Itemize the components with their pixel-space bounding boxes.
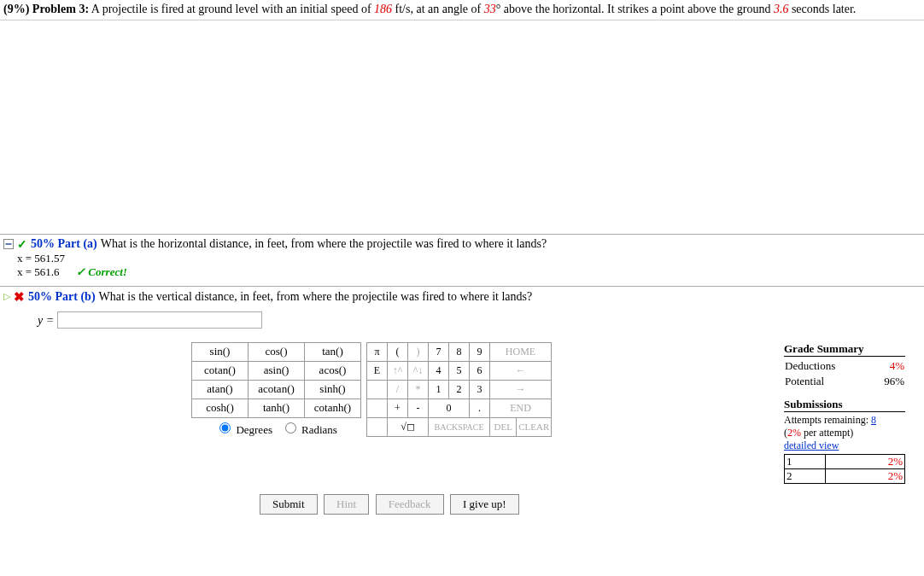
- key-5[interactable]: 5: [449, 361, 470, 380]
- summary-grades: Deductions4% Potential96%: [784, 358, 905, 389]
- deductions-value: 4%: [869, 358, 905, 374]
- fn-acos[interactable]: acos(): [305, 361, 361, 380]
- key-del-clear-cell: DEL CLEAR: [490, 417, 552, 436]
- per-attempt-post: per attempt): [801, 427, 853, 439]
- time-post: seconds later.: [788, 3, 856, 15]
- key-blank2: [367, 399, 388, 417]
- part-a-answer-2: x = 561.6 ✓ Correct!: [3, 265, 921, 279]
- giveup-button[interactable]: I give up!: [450, 494, 519, 515]
- radians-radio[interactable]: Radians: [281, 423, 337, 436]
- speed-unit: ft/s, at an angle of: [392, 3, 484, 15]
- deductions-label: Deductions: [784, 358, 869, 374]
- key-3[interactable]: 3: [470, 380, 490, 399]
- fn-cos[interactable]: cos(): [249, 342, 305, 361]
- part-b-header: ▷ ✖ 50% Part (b) What is the vertical di…: [3, 289, 921, 305]
- key-rparen: ): [408, 342, 429, 361]
- degrees-radio[interactable]: Degrees: [215, 423, 272, 436]
- fn-sin[interactable]: sin(): [192, 342, 249, 361]
- key-7[interactable]: 7: [429, 342, 449, 361]
- detailed-view-link[interactable]: detailed view: [784, 439, 839, 451]
- number-grid: π ( ) 7 8 9 HOME E ↑^ ^↓ 4 5 6: [366, 342, 552, 437]
- fn-acotan[interactable]: acotan(): [249, 380, 305, 399]
- part-b-question: What is the vertical distance, in feet, …: [99, 290, 533, 304]
- func-block: sin() cos() tan() cotan() asin() acos() …: [191, 342, 361, 437]
- fn-atan[interactable]: atan(): [192, 380, 249, 399]
- key-right: →: [490, 380, 552, 399]
- attempt-1-n: 1: [785, 454, 826, 468]
- key-blank3: [367, 417, 388, 436]
- summary-title: Grade Summary: [784, 342, 905, 357]
- per-attempt-note: (2% per attempt): [784, 427, 905, 439]
- key-del: DEL: [490, 418, 517, 436]
- part-a-header: ✓ 50% Part (a) What is the horizontal di…: [3, 237, 921, 252]
- key-down: ^↓: [408, 361, 429, 380]
- key-sqrt[interactable]: √◻: [388, 417, 429, 436]
- part-b-title: 50% Part (b): [28, 290, 96, 304]
- radians-label: Radians: [301, 423, 337, 436]
- key-6[interactable]: 6: [470, 361, 490, 380]
- potential-value: 96%: [869, 374, 905, 389]
- fn-tanh[interactable]: tanh(): [249, 399, 305, 417]
- prompt-pre: A projectile is fired at ground level wi…: [91, 3, 374, 15]
- key-plus[interactable]: +: [388, 399, 408, 417]
- attempts-label: Attempts remaining:: [784, 414, 868, 426]
- angle-post: ° above the horizontal. It strikes a poi…: [496, 3, 774, 15]
- key-blank1: [367, 380, 388, 399]
- attempt-1-v: 2%: [825, 454, 904, 468]
- angle-value: 33: [484, 3, 496, 15]
- key-E[interactable]: E: [367, 361, 388, 380]
- action-buttons: Submit Hint Feedback I give up!: [260, 494, 921, 515]
- key-up: ↑^: [388, 361, 408, 380]
- fn-cosh[interactable]: cosh(): [192, 399, 249, 417]
- fn-cotan[interactable]: cotan(): [192, 361, 249, 380]
- key-0[interactable]: 0: [429, 399, 470, 417]
- time-value: 3.6: [774, 3, 789, 15]
- wrong-icon: ✖: [14, 289, 25, 305]
- var-label: y =: [38, 313, 54, 326]
- fn-asin[interactable]: asin(): [249, 361, 305, 380]
- blank-spacer: [0, 20, 924, 234]
- expand-icon[interactable]: ▷: [3, 291, 10, 302]
- collapse-icon[interactable]: [3, 239, 14, 249]
- speed-value: 186: [374, 3, 392, 15]
- correct-label: ✓ Correct!: [76, 265, 127, 278]
- fn-tan[interactable]: tan(): [305, 342, 361, 361]
- answer-row: y =: [38, 311, 921, 329]
- part-a-answer-1: x = 561.57: [3, 252, 921, 265]
- feedback-button: Feedback: [376, 494, 444, 515]
- fn-cotanh[interactable]: cotanh(): [305, 399, 361, 417]
- problem-header: (9%) Problem 3: A projectile is fired at…: [0, 0, 924, 20]
- hint-button: Hint: [324, 494, 369, 515]
- key-star: *: [408, 380, 429, 399]
- key-4[interactable]: 4: [429, 361, 449, 380]
- potential-label: Potential: [784, 374, 869, 389]
- key-slash: /: [388, 380, 408, 399]
- key-1[interactable]: 1: [429, 380, 449, 399]
- key-lparen[interactable]: (: [388, 342, 408, 361]
- submit-button[interactable]: Submit: [260, 494, 318, 515]
- submissions-title: Submissions: [784, 398, 905, 412]
- key-left: ←: [490, 361, 552, 380]
- per-attempt-val: 2%: [787, 427, 801, 439]
- key-pi[interactable]: π: [367, 342, 388, 361]
- problem-weight: (9%) Problem 3:: [3, 3, 89, 15]
- part-a-question: What is the horizontal distance, in feet…: [101, 237, 547, 251]
- grade-summary: Grade Summary Deductions4% Potential96% …: [784, 342, 921, 484]
- key-home: HOME: [490, 342, 552, 361]
- key-dot[interactable]: .: [470, 399, 490, 417]
- key-2[interactable]: 2: [449, 380, 470, 399]
- key-clear: CLEAR: [517, 418, 551, 436]
- attempts-table: 12% 22%: [784, 454, 905, 484]
- key-9[interactable]: 9: [470, 342, 490, 361]
- answer-input[interactable]: [57, 311, 262, 329]
- attempts-value[interactable]: 8: [871, 414, 876, 426]
- key-end: END: [490, 399, 552, 417]
- key-8[interactable]: 8: [449, 342, 470, 361]
- fn-sinh[interactable]: sinh(): [305, 380, 361, 399]
- calculator-panel: sin() cos() tan() cotan() asin() acos() …: [3, 342, 921, 484]
- svg-rect-1: [6, 243, 12, 245]
- degrees-label: Degrees: [236, 423, 272, 436]
- attempt-2-v: 2%: [825, 468, 904, 483]
- key-minus[interactable]: -: [408, 399, 429, 417]
- part-b: ▷ ✖ 50% Part (b) What is the vertical di…: [0, 286, 924, 517]
